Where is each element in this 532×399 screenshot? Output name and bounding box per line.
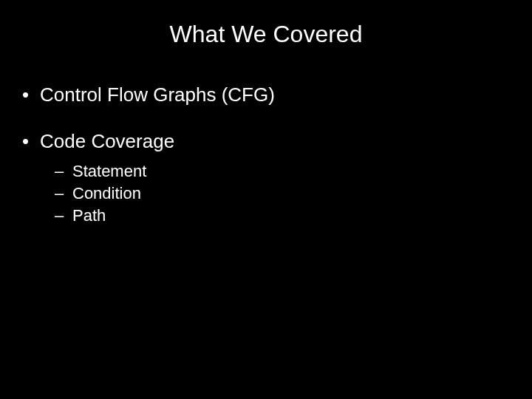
bullet-dash-icon: – xyxy=(55,206,72,225)
sub-bullet-item-1: – Statement xyxy=(55,162,532,181)
bullet-text: Control Flow Graphs (CFG) xyxy=(40,83,275,106)
sub-bullet-list: – Statement – Condition – Path xyxy=(22,162,532,225)
slide-content: • Control Flow Graphs (CFG) • Code Cover… xyxy=(0,63,532,225)
sub-bullet-item-3: – Path xyxy=(55,206,532,225)
bullet-dash-icon: – xyxy=(55,162,72,181)
bullet-text: Code Coverage xyxy=(40,130,174,153)
slide-container: What We Covered • Control Flow Graphs (C… xyxy=(0,0,532,399)
sub-bullet-item-2: – Condition xyxy=(55,184,532,203)
slide-title: What We Covered xyxy=(0,0,532,63)
bullet-dot-icon: • xyxy=(22,83,40,106)
sub-bullet-text: Path xyxy=(72,206,106,225)
bullet-dash-icon: – xyxy=(55,184,72,203)
sub-bullet-text: Statement xyxy=(72,162,146,181)
bullet-item-2: • Code Coverage xyxy=(22,130,532,153)
sub-bullet-text: Condition xyxy=(72,184,141,203)
bullet-dot-icon: • xyxy=(22,130,40,153)
bullet-item-1: • Control Flow Graphs (CFG) xyxy=(22,83,532,106)
